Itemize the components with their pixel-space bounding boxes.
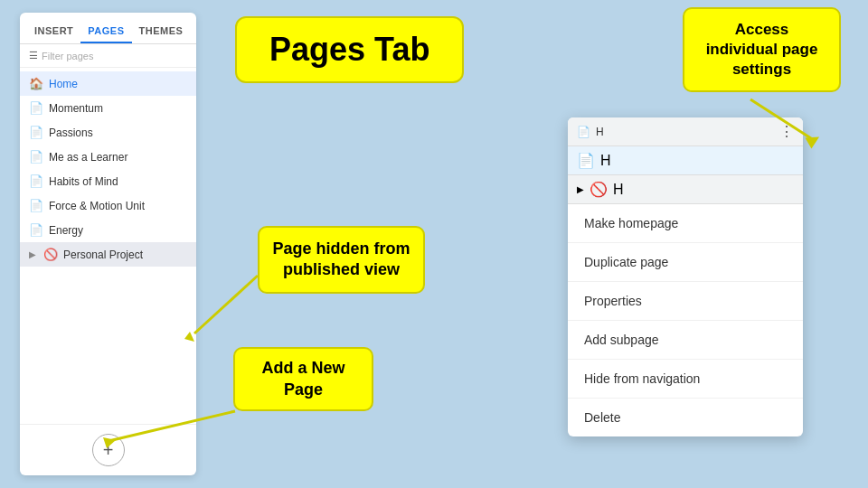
callout-add: Add a New Page [233, 347, 373, 411]
page-label-learner: Me as a Learner [49, 151, 127, 164]
doc-icon-momentum: 📄 [29, 101, 43, 115]
ctx-add-subpage[interactable]: Add subpage [568, 321, 803, 360]
doc-icon-passions: 📄 [29, 126, 43, 139]
ctx-row2: 📄 H [568, 146, 803, 175]
page-item-home[interactable]: 🏠 Home [20, 71, 196, 96]
page-item-habits[interactable]: 📄 Habits of Mind [20, 169, 196, 193]
sidebar: INSERT PAGES THEMES ☰ Filter pages 🏠 Hom… [20, 13, 196, 475]
svg-line-2 [194, 276, 258, 333]
chevron-icon: ▶ [29, 249, 36, 259]
sidebar-tabs: INSERT PAGES THEMES [20, 13, 196, 44]
ctx-duplicate-page[interactable]: Duplicate page [568, 243, 803, 282]
filter-icon: ☰ [29, 50, 38, 61]
callout-hidden: Page hidden from published view [258, 226, 425, 294]
page-label-momentum: Momentum [49, 102, 103, 115]
page-label-personal-project: Personal Project [63, 249, 143, 261]
page-label-habits: Habits of Mind [49, 175, 118, 188]
page-item-force[interactable]: 📄 Force & Motion Unit [20, 193, 196, 218]
context-menu: 📄 H ⋮ 📄 H ▶ 🚫 H Make homepage Duplicate … [568, 117, 803, 436]
page-item-passions[interactable]: 📄 Passions [20, 120, 196, 145]
ctx-page-label-3: H [613, 182, 624, 198]
doc-icon-learner: 📄 [29, 150, 43, 164]
page-label-energy: Energy [49, 224, 83, 237]
page-item-energy[interactable]: 📄 Energy [20, 218, 196, 242]
ctx-page-label-1: H [596, 126, 604, 138]
ctx-page-label-2: H [600, 153, 611, 169]
ctx-row3: ▶ 🚫 H [568, 175, 803, 204]
page-label-home: Home [49, 78, 78, 90]
ctx-make-homepage[interactable]: Make homepage [568, 204, 803, 243]
sidebar-footer: + [20, 424, 196, 475]
doc-icon-force: 📄 [29, 199, 43, 212]
page-label-passions: Passions [49, 127, 93, 139]
tab-pages[interactable]: PAGES [80, 20, 131, 43]
more-options-button[interactable]: ⋮ [779, 123, 794, 140]
hidden-page-icon: 🚫 [43, 248, 58, 261]
context-menu-header: 📄 H ⋮ [568, 117, 803, 146]
doc-icon-energy: 📄 [29, 223, 43, 237]
page-item-learner[interactable]: 📄 Me as a Learner [20, 145, 196, 169]
ctx-delete[interactable]: Delete [568, 399, 803, 436]
add-page-button[interactable]: + [92, 434, 125, 466]
tab-insert[interactable]: INSERT [27, 20, 80, 43]
page-item-momentum[interactable]: 📄 Momentum [20, 96, 196, 120]
ctx-hide-navigation[interactable]: Hide from navigation [568, 360, 803, 399]
page-list: 🏠 Home 📄 Momentum 📄 Passions 📄 Me as a L… [20, 68, 196, 424]
svg-marker-1 [805, 131, 822, 148]
filter-row: ☰ Filter pages [20, 44, 196, 68]
tab-themes[interactable]: THEMES [132, 20, 191, 43]
ctx-properties[interactable]: Properties [568, 282, 803, 321]
ctx-hidden-icon: 🚫 [590, 181, 608, 198]
filter-pages-input[interactable]: Filter pages [42, 51, 187, 61]
ctx-page-item-1: 📄 H [577, 126, 604, 138]
ctx-doc-icon-2: 📄 [577, 152, 595, 169]
ctx-chevron-icon: ▶ [577, 184, 584, 194]
home-icon: 🏠 [29, 77, 43, 90]
doc-icon-habits: 📄 [29, 174, 43, 188]
page-label-force: Force & Motion Unit [49, 200, 145, 212]
ctx-doc-icon-1: 📄 [577, 126, 590, 138]
pages-tab-title: Pages Tab [235, 16, 464, 83]
page-item-personal-project[interactable]: ▶ 🚫 Personal Project [20, 242, 196, 267]
callout-access: Access individual page settings [683, 7, 841, 92]
